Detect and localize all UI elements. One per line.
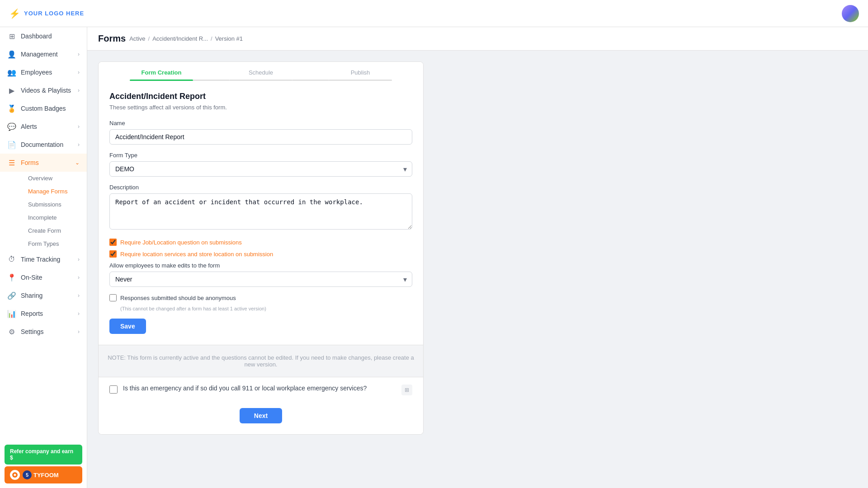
sidebar-item-sharing[interactable]: 🔗 Sharing › (0, 286, 87, 305)
sharing-icon: 🔗 (7, 291, 16, 300)
anonymous-checkbox[interactable] (109, 294, 117, 301)
forms-icon: ☰ (7, 158, 16, 167)
allow-edits-label: Allow employees to make edits to the for… (109, 262, 412, 269)
wizard-steps: Form Creation Schedule Publish (99, 62, 423, 81)
sidebar-item-management[interactable]: 👤 Management › (0, 45, 87, 63)
sidebar-item-employees[interactable]: 👥 Employees › (0, 63, 87, 81)
require-location-services-checkbox[interactable] (109, 250, 117, 258)
settings-icon: ⚙ (7, 327, 16, 336)
page-title: Forms (98, 33, 126, 44)
step3-bar (329, 80, 392, 81)
sidebar-item-dashboard[interactable]: ⊞ Dashboard (0, 27, 87, 45)
sidebar-label-forms: Forms (21, 159, 39, 166)
forms-sub-menu: Overview Manage Forms Submissions Incomp… (0, 172, 87, 250)
sidebar-label-badges: Custom Badges (21, 105, 66, 112)
sub-item-form-types[interactable]: Form Types (21, 237, 87, 250)
sub-item-submissions[interactable]: Submissions (21, 198, 87, 211)
sidebar-label-alerts: Alerts (21, 123, 37, 130)
sub-item-create-form[interactable]: Create Form (21, 224, 87, 237)
chevron-right-icon3: › (78, 123, 80, 130)
checkbox2-row: Require location services and store loca… (109, 250, 412, 258)
sidebar-label-docs: Documentation (21, 141, 63, 148)
sidebar-label-dashboard: Dashboard (21, 33, 52, 40)
chevron-right-icon8: › (78, 310, 80, 317)
step1-bar (130, 80, 193, 81)
checkbox1-row: Require Job/Location question on submiss… (109, 239, 412, 246)
description-textarea[interactable]: Report of an accident or incident that o… (109, 193, 412, 230)
avatar[interactable] (842, 5, 859, 22)
checkbox2-label[interactable]: Require location services and store loca… (120, 251, 273, 258)
description-group: Description Report of an accident or inc… (109, 184, 412, 231)
sidebar-item-settings[interactable]: ⚙ Settings › (0, 323, 87, 341)
onsite-icon: 📍 (7, 273, 16, 282)
logo-icon: ⚡ (9, 8, 20, 19)
step-schedule: Schedule (229, 69, 292, 81)
chevron-right-icon2: › (78, 87, 80, 94)
sidebar-item-time-tracking[interactable]: ⏱ Time Tracking › (0, 250, 87, 268)
question-section: Is this an emergency and if so did you c… (99, 377, 423, 434)
allow-edits-select[interactable]: Never Always Once (109, 272, 412, 287)
sub-item-incomplete[interactable]: Incomplete (21, 211, 87, 224)
checkbox1-label[interactable]: Require Job/Location question on submiss… (120, 239, 242, 246)
videos-icon: ▶ (7, 86, 16, 95)
logo-area: ⚡ YOUR LOGO HERE (9, 8, 84, 19)
sidebar-item-on-site[interactable]: 📍 On-Site › (0, 268, 87, 286)
sidebar-item-documentation[interactable]: 📄 Documentation › (0, 136, 87, 154)
dashboard-icon: ⊞ (7, 32, 16, 41)
chevron-down-icon: › (78, 51, 80, 57)
anonymous-note: (This cannot be changed after a form has… (120, 306, 412, 311)
employees-icon: 👥 (7, 68, 16, 77)
sidebar-item-alerts[interactable]: 💬 Alerts › (0, 117, 87, 136)
breadcrumb-part3: Version #1 (215, 35, 243, 42)
question-edit-icon[interactable]: ⊞ (401, 385, 412, 395)
sidebar-item-reports[interactable]: 📊 Reports › (0, 305, 87, 323)
refer-button[interactable]: Refer company and earn $ (5, 445, 82, 465)
docs-icon: 📄 (7, 140, 16, 149)
breadcrumb: Active / Accident/Incident R... / Versio… (129, 35, 243, 42)
save-button[interactable]: Save (109, 319, 146, 334)
chevron-right-icon6: › (78, 274, 80, 281)
connector-1-2 (193, 80, 229, 81)
top-bar: ⚡ YOUR LOGO HERE (0, 0, 868, 27)
question-checkbox[interactable] (109, 385, 118, 394)
next-button[interactable]: Next (240, 408, 282, 423)
sidebar: ⊞ Dashboard 👤 Management › 👥 Employees ›… (0, 27, 87, 488)
name-input[interactable] (109, 129, 412, 145)
sidebar-label-videos: Videos & Playlists (21, 87, 71, 94)
form-type-group: Form Type DEMO Standard Custom (109, 152, 412, 177)
sub-item-manage-forms[interactable]: Manage Forms (21, 185, 87, 198)
sidebar-label-sharing: Sharing (21, 292, 42, 299)
sidebar-item-forms[interactable]: ☰ Forms ⌄ (0, 154, 87, 172)
question-text: Is this an emergency and if so did you c… (123, 385, 412, 392)
form-type-select[interactable]: DEMO Standard Custom (109, 161, 412, 177)
logo-text: YOUR LOGO HERE (24, 10, 84, 17)
sidebar-item-custom-badges[interactable]: 🏅 Custom Badges (0, 99, 87, 117)
anonymous-row: Responses submitted should be anonymous (109, 294, 412, 301)
chevron-right-icon7: › (78, 292, 80, 299)
breadcrumb-sep1: / (148, 35, 150, 42)
allow-edits-group: Allow employees to make edits to the for… (109, 262, 412, 287)
name-label: Name (109, 120, 412, 127)
note-text: NOTE: This form is currently active and … (108, 354, 414, 368)
badges-icon: 🏅 (7, 104, 16, 113)
form-card-title: Accident/Incident Report (109, 92, 412, 101)
sub-item-overview[interactable]: Overview (21, 172, 87, 185)
sidebar-label-reports: Reports (21, 310, 43, 317)
require-job-location-checkbox[interactable] (109, 239, 117, 246)
step-publish: Publish (329, 69, 392, 81)
chevron-right-icon5: › (78, 256, 80, 263)
page-header: Forms Active / Accident/Incident R... / … (87, 27, 868, 51)
full-form-card: Form Creation Schedule Publish (98, 61, 424, 435)
chevron-down-forms-icon: ⌄ (75, 160, 80, 166)
time-icon: ⏱ (7, 255, 16, 264)
allow-edits-select-wrapper: Never Always Once (109, 272, 412, 287)
sidebar-item-videos[interactable]: ▶ Videos & Playlists › (0, 81, 87, 99)
anonymous-label[interactable]: Responses submitted should be anonymous (120, 295, 236, 301)
tyfoom-button[interactable]: 5 TYFOOM (5, 466, 82, 483)
main-content-area: Form Creation Schedule Publish (87, 51, 868, 488)
reports-icon: 📊 (7, 309, 16, 318)
chevron-right-icon9: › (78, 328, 80, 335)
breadcrumb-sep2: / (211, 35, 212, 42)
connector-2-3 (292, 80, 329, 81)
form-type-label: Form Type (109, 152, 412, 159)
